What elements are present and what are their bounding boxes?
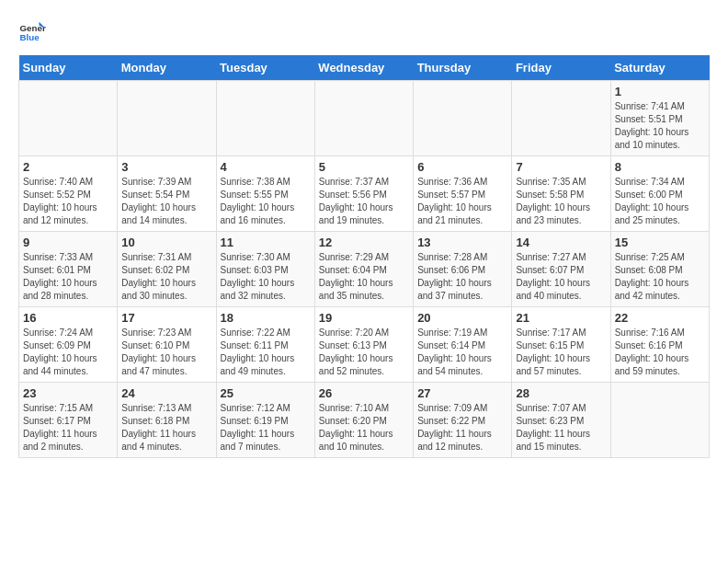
day-cell: 8Sunrise: 7:34 AM Sunset: 6:00 PM Daylig… [610,156,709,232]
day-number: 25 [221,386,311,400]
day-header-row: SundayMondayTuesdayWednesdayThursdayFrid… [19,55,710,81]
day-info: Sunrise: 7:16 AM Sunset: 6:16 PM Dayligh… [615,327,705,378]
day-info: Sunrise: 7:40 AM Sunset: 5:52 PM Dayligh… [23,176,113,227]
week-row-1: 1Sunrise: 7:41 AM Sunset: 5:51 PM Daylig… [19,81,710,156]
day-number: 19 [319,311,409,325]
day-info: Sunrise: 7:37 AM Sunset: 5:56 PM Dayligh… [319,176,409,227]
day-number: 22 [615,311,705,325]
day-cell [610,383,709,458]
day-number: 18 [221,311,311,325]
day-number: 11 [221,236,311,249]
day-cell: 11Sunrise: 7:30 AM Sunset: 6:03 PM Dayli… [216,232,314,307]
day-info: Sunrise: 7:41 AM Sunset: 5:51 PM Dayligh… [615,100,705,152]
day-number: 7 [516,160,606,174]
day-number: 27 [417,386,507,400]
day-cell [414,81,512,156]
day-number: 17 [121,311,211,325]
day-cell: 2Sunrise: 7:40 AM Sunset: 5:52 PM Daylig… [19,156,118,232]
logo: General Blue [18,18,46,46]
day-cell: 28Sunrise: 7:07 AM Sunset: 6:23 PM Dayli… [512,383,610,458]
day-info: Sunrise: 7:09 AM Sunset: 6:22 PM Dayligh… [417,402,507,454]
day-info: Sunrise: 7:34 AM Sunset: 6:00 PM Dayligh… [615,176,705,227]
day-cell: 4Sunrise: 7:38 AM Sunset: 5:55 PM Daylig… [216,156,314,232]
day-number: 26 [319,386,409,400]
day-info: Sunrise: 7:10 AM Sunset: 6:20 PM Dayligh… [319,402,409,454]
day-cell: 24Sunrise: 7:13 AM Sunset: 6:18 PM Dayli… [118,383,216,458]
day-info: Sunrise: 7:12 AM Sunset: 6:19 PM Dayligh… [221,402,311,454]
day-info: Sunrise: 7:07 AM Sunset: 6:23 PM Dayligh… [516,402,606,454]
day-number: 10 [121,236,211,249]
day-info: Sunrise: 7:27 AM Sunset: 6:07 PM Dayligh… [516,251,606,303]
day-cell: 17Sunrise: 7:23 AM Sunset: 6:10 PM Dayli… [118,307,216,383]
day-number: 20 [417,311,507,325]
week-row-4: 16Sunrise: 7:24 AM Sunset: 6:09 PM Dayli… [19,307,710,383]
header: General Blue [18,18,710,46]
day-info: Sunrise: 7:36 AM Sunset: 5:57 PM Dayligh… [417,176,507,227]
day-cell: 3Sunrise: 7:39 AM Sunset: 5:54 PM Daylig… [118,156,216,232]
day-cell: 12Sunrise: 7:29 AM Sunset: 6:04 PM Dayli… [314,232,413,307]
day-cell: 25Sunrise: 7:12 AM Sunset: 6:19 PM Dayli… [216,383,314,458]
svg-text:General: General [20,23,47,33]
day-info: Sunrise: 7:13 AM Sunset: 6:18 PM Dayligh… [121,402,211,454]
day-cell: 6Sunrise: 7:36 AM Sunset: 5:57 PM Daylig… [414,156,512,232]
day-cell: 19Sunrise: 7:20 AM Sunset: 6:13 PM Dayli… [314,307,413,383]
day-number: 16 [23,311,113,325]
day-cell: 15Sunrise: 7:25 AM Sunset: 6:08 PM Dayli… [610,232,709,307]
day-cell: 9Sunrise: 7:33 AM Sunset: 6:01 PM Daylig… [19,232,118,307]
day-number: 24 [121,386,211,400]
day-number: 8 [615,160,705,174]
day-info: Sunrise: 7:38 AM Sunset: 5:55 PM Dayligh… [221,176,311,227]
day-number: 13 [417,236,507,249]
day-info: Sunrise: 7:23 AM Sunset: 6:10 PM Dayligh… [121,327,211,378]
day-cell: 13Sunrise: 7:28 AM Sunset: 6:06 PM Dayli… [414,232,512,307]
day-cell: 16Sunrise: 7:24 AM Sunset: 6:09 PM Dayli… [19,307,118,383]
day-info: Sunrise: 7:19 AM Sunset: 6:14 PM Dayligh… [417,327,507,378]
day-number: 28 [516,386,606,400]
day-number: 21 [516,311,606,325]
day-cell: 10Sunrise: 7:31 AM Sunset: 6:02 PM Dayli… [118,232,216,307]
day-cell: 27Sunrise: 7:09 AM Sunset: 6:22 PM Dayli… [414,383,512,458]
day-cell: 23Sunrise: 7:15 AM Sunset: 6:17 PM Dayli… [19,383,118,458]
day-cell: 18Sunrise: 7:22 AM Sunset: 6:11 PM Dayli… [216,307,314,383]
day-number: 14 [516,236,606,249]
day-header-friday: Friday [512,55,610,81]
svg-text:Blue: Blue [20,32,40,42]
day-cell [118,81,216,156]
day-number: 4 [221,160,311,174]
day-info: Sunrise: 7:20 AM Sunset: 6:13 PM Dayligh… [319,327,409,378]
day-info: Sunrise: 7:33 AM Sunset: 6:01 PM Dayligh… [23,251,113,303]
day-cell [216,81,314,156]
week-row-2: 2Sunrise: 7:40 AM Sunset: 5:52 PM Daylig… [19,156,710,232]
day-number: 5 [319,160,409,174]
day-number: 2 [23,160,113,174]
day-info: Sunrise: 7:31 AM Sunset: 6:02 PM Dayligh… [121,251,211,303]
day-cell: 26Sunrise: 7:10 AM Sunset: 6:20 PM Dayli… [314,383,413,458]
day-number: 9 [23,236,113,249]
day-header-saturday: Saturday [610,55,709,81]
logo-icon: General Blue [18,18,46,46]
day-number: 3 [121,160,211,174]
day-header-tuesday: Tuesday [216,55,314,81]
day-cell: 20Sunrise: 7:19 AM Sunset: 6:14 PM Dayli… [414,307,512,383]
day-cell: 21Sunrise: 7:17 AM Sunset: 6:15 PM Dayli… [512,307,610,383]
day-header-sunday: Sunday [19,55,118,81]
day-header-monday: Monday [118,55,216,81]
day-cell [314,81,413,156]
day-cell [19,81,118,156]
day-info: Sunrise: 7:25 AM Sunset: 6:08 PM Dayligh… [615,251,705,303]
day-number: 15 [615,236,705,249]
day-number: 12 [319,236,409,249]
day-cell: 22Sunrise: 7:16 AM Sunset: 6:16 PM Dayli… [610,307,709,383]
calendar-table: SundayMondayTuesdayWednesdayThursdayFrid… [18,55,710,458]
day-info: Sunrise: 7:39 AM Sunset: 5:54 PM Dayligh… [121,176,211,227]
day-info: Sunrise: 7:29 AM Sunset: 6:04 PM Dayligh… [319,251,409,303]
day-header-thursday: Thursday [414,55,512,81]
week-row-3: 9Sunrise: 7:33 AM Sunset: 6:01 PM Daylig… [19,232,710,307]
day-info: Sunrise: 7:22 AM Sunset: 6:11 PM Dayligh… [221,327,311,378]
day-info: Sunrise: 7:15 AM Sunset: 6:17 PM Dayligh… [23,402,113,454]
day-info: Sunrise: 7:17 AM Sunset: 6:15 PM Dayligh… [516,327,606,378]
day-cell: 1Sunrise: 7:41 AM Sunset: 5:51 PM Daylig… [610,81,709,156]
day-number: 1 [615,85,705,98]
day-header-wednesday: Wednesday [314,55,413,81]
day-cell: 7Sunrise: 7:35 AM Sunset: 5:58 PM Daylig… [512,156,610,232]
